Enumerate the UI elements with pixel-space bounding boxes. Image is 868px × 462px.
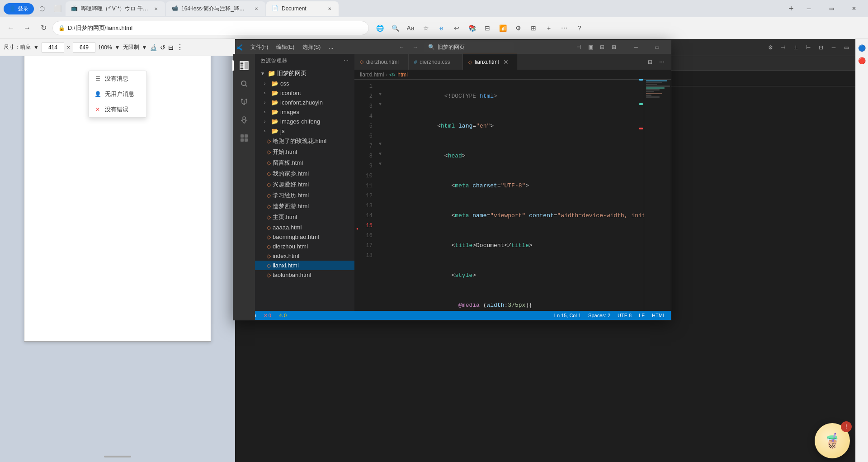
vscode-minimize[interactable]: ─ [626, 40, 646, 54]
statusbar-line-ending[interactable]: LF [637, 313, 646, 318]
menu-selection[interactable]: 选择(S) [299, 43, 324, 52]
fold-8[interactable]: ▼ [376, 149, 384, 159]
statusbar-encoding[interactable]: UTF-8 [616, 313, 633, 318]
translate-button[interactable]: 🌐 [373, 21, 387, 35]
statusbar-errors[interactable]: ✕ 0 [262, 313, 273, 319]
eyedropper-button[interactable]: 🔬 [150, 44, 157, 51]
collections-button[interactable]: 📚 [465, 21, 479, 35]
dropdown-item-messages[interactable]: ☰ 没有消息 [89, 71, 146, 86]
help-button[interactable]: ? [572, 21, 587, 35]
devtools-minimize[interactable]: ─ [828, 42, 839, 53]
folder-iconfont-zhuoyin[interactable]: › 📂 iconfont.zhuoyin [255, 98, 354, 107]
menu-more[interactable]: ... [325, 43, 337, 51]
file-baomingbiao[interactable]: ◇ baomingbiao.html [255, 232, 354, 242]
folder-iconfont[interactable]: › 📂 iconfont [255, 88, 354, 98]
folder-css[interactable]: › 📂 css [255, 79, 354, 88]
forward-button[interactable]: → [20, 21, 34, 35]
new-tab-button[interactable]: + [785, 2, 797, 15]
menu-file[interactable]: 文件(F) [247, 43, 272, 52]
split-button[interactable]: ⊞ [526, 21, 541, 35]
fold-2[interactable]: ▼ [376, 90, 384, 100]
rotate-button[interactable]: ↺ [160, 44, 165, 51]
file-roses[interactable]: ◇ 给跑了的玫瑰花.html [255, 136, 354, 147]
folder-images-chifeng[interactable]: › 📂 images-chifeng [255, 117, 354, 126]
width-input[interactable] [42, 43, 64, 52]
file-liuyanbao[interactable]: ◇ 留言板.html [255, 157, 354, 168]
window-switcher[interactable]: ⬡ [35, 1, 49, 16]
layout-editor-icon[interactable]: ▣ [585, 42, 596, 52]
undock-icon[interactable]: ⊡ [816, 42, 826, 53]
tab-lianxi-html[interactable]: ◇ lianxi.html ✕ [463, 54, 517, 70]
vscode-restore[interactable]: ▭ [646, 40, 667, 54]
file-hobbies[interactable]: ◇ 兴趣爱好.html [255, 179, 354, 190]
breadcrumb-file[interactable]: lianxi.html [360, 71, 384, 78]
tab-close-lianxi[interactable]: ✕ [503, 58, 509, 66]
tab-bilibili[interactable]: 📺 哔哩哔哩（*´∀`*）ウロ 千杯--billi... ✕ [66, 1, 165, 16]
layout-sidebar-icon[interactable]: ⊣ [573, 42, 584, 52]
statusbar-warnings[interactable]: ⚠ 0 [277, 313, 288, 319]
devtools-maximize[interactable]: ▭ [841, 42, 852, 53]
more-button[interactable]: ⋯ [557, 21, 571, 35]
device-more-button[interactable]: ⋮ [176, 43, 184, 52]
tab-close-document[interactable]: ✕ [326, 5, 333, 12]
close-button[interactable]: ✕ [844, 1, 864, 16]
height-input[interactable] [73, 43, 95, 52]
folder-root[interactable]: ▼ 📁 旧梦的网页 [255, 68, 354, 79]
addpage-button[interactable]: + [542, 21, 556, 35]
layout-panel-icon[interactable]: ⊟ [597, 42, 608, 52]
file-xiyou[interactable]: ◇ 造梦西游.html [255, 201, 354, 212]
split-editor-icon[interactable]: ⊟ [645, 57, 656, 67]
fold-9[interactable]: ▼ [376, 159, 384, 169]
tab-dierzhou-css[interactable]: # dierzhou.css [409, 54, 463, 70]
back-button[interactable]: ← [4, 21, 18, 35]
folder-js[interactable]: › 📂 js [255, 126, 354, 136]
activity-search[interactable] [236, 76, 252, 92]
tab-groups[interactable]: ⬜ [50, 1, 65, 16]
resize-handle[interactable] [104, 456, 131, 457]
tab-close-bilibili[interactable]: ✕ [152, 5, 160, 12]
nav-back-icon[interactable]: ← [396, 42, 407, 52]
refresh-button[interactable]: ↻ [36, 21, 51, 35]
vscode-search-box[interactable]: 🔍 旧梦的网页 [424, 42, 514, 52]
tab-close-less[interactable]: ✕ [253, 5, 260, 12]
explorer-more[interactable]: ⋯ [344, 58, 349, 64]
file-lianxi[interactable]: ◇ lianxi.html [255, 261, 354, 270]
activity-extensions[interactable] [236, 130, 252, 146]
settings-icon[interactable]: ⚙ [765, 42, 776, 53]
file-taolunban[interactable]: ◇ taolunban.html [255, 270, 354, 280]
sidebar-button[interactable]: ⊟ [480, 21, 495, 35]
dock-bottom-icon[interactable]: ⊥ [790, 42, 801, 53]
fold-1[interactable] [376, 80, 384, 90]
settings-button[interactable]: ⚙ [511, 21, 525, 35]
dock-left-icon[interactable]: ⊣ [778, 42, 788, 53]
file-hometown[interactable]: ◇ 我的家乡.html [255, 168, 354, 179]
copilot-icon[interactable]: 🔵 [857, 43, 868, 53]
dropdown-item-user-messages[interactable]: 👤 无用户消息 [89, 86, 146, 102]
dock-right-icon[interactable]: ⊢ [803, 42, 814, 53]
shopping-icon[interactable]: 🔴 [857, 55, 868, 66]
dropdown-item-errors[interactable]: ✕ 没有错误 [89, 102, 146, 117]
more-device-options[interactable]: ⊟ [168, 44, 174, 51]
fold-7[interactable]: ▼ [376, 139, 384, 149]
tab-document[interactable]: 📄 Document ✕ [266, 1, 339, 16]
zoom-button[interactable]: 🔍 [388, 21, 402, 35]
file-learning[interactable]: ◇ 学习经历.html [255, 190, 354, 201]
code-content[interactable]: <!DOCTYPE html> <html lang="en"> <head> [384, 80, 644, 311]
favorites-button[interactable]: ☆ [419, 21, 433, 35]
history-button[interactable]: ↩ [449, 21, 464, 35]
activity-debug[interactable] [236, 112, 252, 128]
statusbar-language[interactable]: HTML [650, 313, 667, 318]
text-button[interactable]: Aa [403, 21, 418, 35]
fold-3[interactable]: ▼ [376, 100, 384, 110]
file-homepage[interactable]: ◇ 主页.html [255, 212, 354, 223]
breadcrumb-tag[interactable]: html [397, 71, 408, 78]
tab-dierzhou-html[interactable]: ◇ dierzhou.html [354, 54, 409, 70]
statusbar-spaces[interactable]: Spaces: 2 [586, 313, 612, 318]
minimize-button[interactable]: ─ [798, 1, 819, 16]
restore-button[interactable]: ▭ [821, 1, 842, 16]
statusbar-ln-col[interactable]: Ln 15, Col 1 [552, 313, 583, 318]
activity-source-control[interactable] [236, 94, 252, 110]
file-index[interactable]: ◇ index.html [255, 251, 354, 261]
more-editor-icon[interactable]: ⋯ [656, 57, 667, 67]
folder-images[interactable]: › 📂 images [255, 107, 354, 117]
